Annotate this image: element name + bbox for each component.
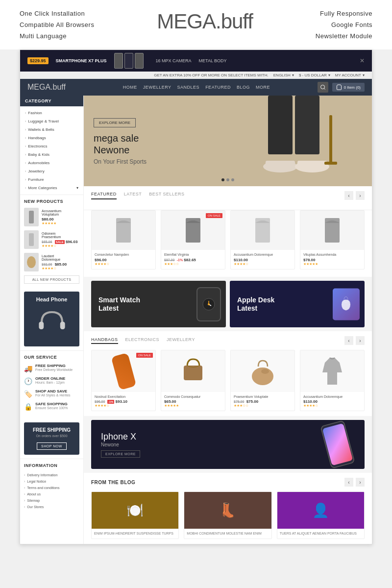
phone-rect-2 xyxy=(124,53,133,69)
product-stars: ★★★★☆ xyxy=(42,267,79,270)
tab-navigation: ‹ › xyxy=(344,191,365,200)
cat-electronics[interactable]: › Electronics xyxy=(20,142,83,150)
svg-rect-2 xyxy=(29,211,34,223)
product-stars: ★★★★☆ xyxy=(234,262,292,266)
svg-rect-10 xyxy=(266,161,295,167)
currency-selector[interactable]: $ - US DOLLAR ▾ xyxy=(299,73,330,77)
sweater-svg xyxy=(320,355,344,387)
tab-prev-button[interactable]: ‹ xyxy=(344,191,353,200)
info-sitemap[interactable]: › Sitemap xyxy=(24,497,79,504)
smart-watch-banner[interactable]: Smart Watch Latest xyxy=(91,281,226,327)
handbags-prev-button[interactable]: ‹ xyxy=(344,336,353,345)
tab-next-button[interactable]: › xyxy=(356,191,365,200)
hero-dot-3[interactable] xyxy=(231,178,234,181)
account-link[interactable]: MY ACCOUNT ▾ xyxy=(335,73,365,77)
nav-home[interactable]: HOME xyxy=(123,85,137,90)
handbags-next-button[interactable]: › xyxy=(356,336,365,345)
apple-desk-banner[interactable]: Apple Desk Latest xyxy=(230,281,365,327)
tab-featured[interactable]: FEATURED xyxy=(91,192,117,199)
info-legal[interactable]: › Legal Notice xyxy=(24,478,79,485)
cart-button[interactable]: 0 Item (0) xyxy=(332,83,365,92)
hero-dot-2[interactable] xyxy=(226,178,229,181)
cat-luggage[interactable]: › Luggage & Travel xyxy=(20,117,83,125)
cat-furniture[interactable]: › Furniture xyxy=(20,175,83,184)
handbag-image xyxy=(161,350,225,392)
product-card[interactable]: Accusantium Doloremque $110.00 ★★★★☆ xyxy=(230,210,295,270)
on-sale-badge: ON SALE xyxy=(206,213,222,218)
cat-fashion[interactable]: › Fashion xyxy=(20,109,83,117)
iphone-title: Iphone X xyxy=(101,432,140,442)
apple-logo-svg xyxy=(338,295,355,313)
shop-now-button[interactable]: SHOP NOW xyxy=(37,442,67,450)
cat-jewellery[interactable]: › Jewellery xyxy=(20,167,83,175)
blog-title: FROM THE BLOG xyxy=(91,480,135,485)
language-selector[interactable]: ENGLISH ▾ xyxy=(273,73,294,77)
cat-wallets[interactable]: › Wallets & Belts xyxy=(20,125,83,134)
tab-latest[interactable]: LATEST xyxy=(124,192,142,199)
iphone-content: Iphone X Newone EXPLORE MORE xyxy=(101,432,140,458)
hero-banner: EXPLORE MORE mega sale Newone On Your Fi… xyxy=(84,96,372,186)
nav-more[interactable]: MORE xyxy=(256,85,270,90)
nav-sandles[interactable]: SANDLES xyxy=(177,85,200,90)
cat-handbags[interactable]: › Handbags xyxy=(20,134,83,142)
blog-next-button[interactable]: › xyxy=(356,478,365,487)
info-about[interactable]: › About us xyxy=(24,491,79,497)
product-card-image xyxy=(92,211,155,250)
cart-label: 0 Item (0) xyxy=(344,85,361,90)
blog-card[interactable]: 👢 MOBHI CONDIMENTUM MOLESTIE NAM ENIM xyxy=(184,491,271,539)
handbag-card[interactable]: Commodo Consequatur $65.00 ★★★★★ xyxy=(161,350,225,411)
hero-dots xyxy=(221,178,234,181)
tag-icon: 🏷️ xyxy=(24,390,32,398)
promo-price-tag: $229.95 xyxy=(27,57,49,64)
svg-rect-14 xyxy=(324,162,337,165)
product-mini-price: $65.06 SALE $96.03 xyxy=(42,240,79,244)
nav-featured[interactable]: FEATURED xyxy=(205,85,231,90)
handbag-card[interactable]: Accusantium Doloremque $110.00 ★★★★☆ xyxy=(300,350,365,411)
smart-watch-title: Smart Watch Latest xyxy=(98,296,140,313)
blog-prev-button[interactable]: ‹ xyxy=(344,478,353,487)
handbag-card[interactable]: ON SALE Nostrud Exercitation $96.00 -1% … xyxy=(91,350,156,411)
handbag-card[interactable]: Praesentium Voluptate $79.00 $75.00 ★★★☆… xyxy=(230,350,295,411)
nav-logo: MEGA.buff xyxy=(27,83,66,92)
feature-google-fonts: Google Fonts xyxy=(316,21,372,28)
search-button[interactable] xyxy=(318,82,328,93)
cat-baby[interactable]: › Baby & Kids xyxy=(20,150,83,159)
info-stores[interactable]: › Our Stores xyxy=(24,504,79,510)
promo-banners-row: Smart Watch Latest xyxy=(84,277,372,331)
iphone-banner: Iphone X Newone EXPLORE MORE xyxy=(91,420,365,469)
blog-grid: 🍽️ ENIM IPSUM-HENDRERIT SUSPENDISSE TURP… xyxy=(91,491,365,539)
blog-card[interactable]: 🍽️ ENIM IPSUM-HENDRERIT SUSPENDISSE TURP… xyxy=(91,491,179,539)
explore-more-button[interactable]: EXPLORE MORE xyxy=(94,118,136,127)
smart-watch-image xyxy=(196,287,221,321)
nav-blog[interactable]: BLOG xyxy=(237,85,250,90)
iphone-explore-button[interactable]: EXPLORE MORE xyxy=(101,450,140,458)
service-free-shipping: 🚚 FREE SHIPPING Free Delivery Worldwide xyxy=(24,364,79,372)
sale-tag: -1% xyxy=(107,400,115,404)
info-terms[interactable]: › Terms and conditions xyxy=(24,485,79,491)
product-stars: ★★★☆☆ xyxy=(234,404,292,408)
promo-close-icon[interactable]: ✕ xyxy=(360,57,365,64)
handbags-section: HANDBAGS ELECTRONICS JEWELLERY ‹ › ON SA… xyxy=(84,331,372,416)
blog-card[interactable]: 👤 TUERS AT ALIQUET AENEAN PORTA FAUCIBUS xyxy=(277,491,365,539)
nav-jewellery[interactable]: JEWELLERY xyxy=(143,85,172,90)
feature-compatible: Compatible All Browsers xyxy=(20,21,94,28)
product-card[interactable]: Consectetur Nampden $96.00 ★★★★☆ xyxy=(91,210,156,270)
tab-bestsellers[interactable]: BEST SELLERS xyxy=(149,192,184,199)
product-image-3 xyxy=(253,216,272,245)
product-stars: ★★★☆☆ xyxy=(164,262,222,266)
product-card-info: Vituplas Assumhenda $78.00 ★★★★★ xyxy=(300,250,364,269)
hero-dot-1[interactable] xyxy=(221,178,224,181)
tab-jewellery[interactable]: JEWELLERY xyxy=(167,337,195,344)
info-delivery[interactable]: › Delivery Information xyxy=(24,472,79,478)
service-desc: For All Styles & Herites xyxy=(35,393,79,397)
service-name: ORDER ONLINE xyxy=(35,376,79,381)
product-card[interactable]: Vituplas Assumhenda $78.00 ★★★★★ xyxy=(300,210,365,270)
cat-more[interactable]: › More Categories ▾ xyxy=(20,184,83,192)
cat-automobiles[interactable]: › Automobiles xyxy=(20,159,83,167)
all-products-link[interactable]: ALL NEW PRODUCTS xyxy=(24,275,79,284)
service-desc: Ensure Secure 100% xyxy=(35,406,79,410)
tab-electronics[interactable]: ELECTRONICS xyxy=(125,337,160,344)
tab-handbags[interactable]: HANDBAGS xyxy=(91,337,118,344)
product-card[interactable]: ON SALE Elemflat Virginia $97.00 -1% $82… xyxy=(161,210,225,270)
watch-face-svg xyxy=(201,297,216,312)
